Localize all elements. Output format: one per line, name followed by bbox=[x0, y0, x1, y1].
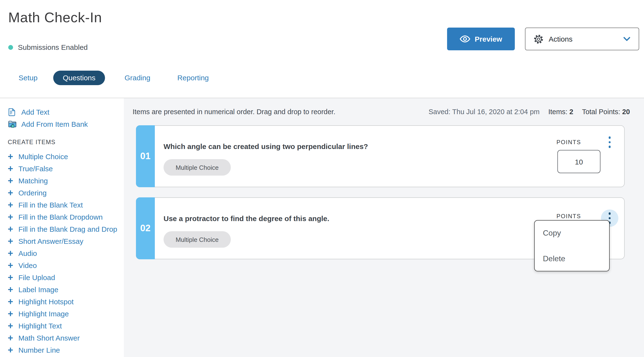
plus-icon: + bbox=[8, 344, 14, 356]
create-item[interactable]: + Fill in the Blank Dropdown bbox=[0, 211, 124, 223]
create-item[interactable]: + True/False bbox=[0, 162, 124, 175]
create-item[interactable]: + Math Short Answer bbox=[0, 332, 124, 344]
add-text-button[interactable]: Add Text bbox=[0, 106, 124, 118]
plus-icon: + bbox=[8, 308, 14, 320]
plus-icon: + bbox=[8, 162, 14, 175]
document-icon bbox=[8, 108, 17, 116]
create-item-label: Number Line bbox=[18, 346, 60, 354]
question-type-badge: Multiple Choice bbox=[164, 231, 231, 248]
menu-item-delete[interactable]: Delete bbox=[543, 254, 565, 263]
menu-item-copy[interactable]: Copy bbox=[543, 229, 561, 238]
plus-icon: + bbox=[8, 175, 14, 187]
create-item[interactable]: + Short Answer/Essay bbox=[0, 235, 124, 247]
reorder-instructions: Items are presented in numerical order. … bbox=[132, 108, 335, 116]
question-card-1: 01 Which angle can be created using two … bbox=[136, 125, 625, 187]
create-item[interactable]: + Highlight Image bbox=[0, 308, 124, 320]
add-from-item-bank-label: Add From Item Bank bbox=[21, 120, 88, 128]
tab-questions[interactable]: Questions bbox=[53, 71, 105, 85]
add-from-item-bank-button[interactable]: Add From Item Bank bbox=[0, 118, 124, 130]
create-item-label: Math Short Answer bbox=[18, 334, 80, 342]
plus-icon: + bbox=[8, 272, 14, 284]
plus-icon: + bbox=[8, 187, 14, 199]
plus-icon: + bbox=[8, 199, 14, 211]
plus-icon: + bbox=[8, 296, 14, 308]
question-title: Use a protractor to find the degree of t… bbox=[164, 214, 329, 222]
item-tools-sidebar: Add Text Add From Item Bank CREATE ITEMS bbox=[0, 98, 124, 357]
folder-puzzle-icon bbox=[8, 120, 17, 129]
status-text: Submissions Enabled bbox=[18, 43, 88, 51]
plus-icon: + bbox=[8, 223, 14, 235]
create-item-label: Fill in the Blank Text bbox=[18, 201, 83, 209]
create-item[interactable]: + Highlight Hotspot bbox=[0, 296, 124, 308]
question-number-drag-handle[interactable]: 02 bbox=[136, 197, 155, 259]
content-area: Add Text Add From Item Bank CREATE ITEMS bbox=[0, 98, 644, 357]
submission-status: Submissions Enabled bbox=[8, 43, 88, 51]
question-title: Which angle can be created using two per… bbox=[164, 142, 368, 150]
preview-button-label: Preview bbox=[475, 35, 502, 43]
create-item-label: Highlight Hotspot bbox=[18, 298, 74, 306]
tab-setup[interactable]: Setup bbox=[14, 71, 42, 85]
create-item-label: Fill in the Blank Drag and Drop bbox=[18, 225, 117, 233]
create-item-label: Fill in the Blank Dropdown bbox=[18, 213, 103, 221]
points-input[interactable] bbox=[558, 150, 600, 173]
page-title: Math Check-In bbox=[8, 10, 102, 26]
plus-icon: + bbox=[8, 211, 14, 223]
create-item[interactable]: + Matching bbox=[0, 175, 124, 187]
tab-grading[interactable]: Grading bbox=[123, 71, 152, 85]
tab-reporting[interactable]: Reporting bbox=[174, 71, 212, 85]
total-points: Total Points: 20 bbox=[582, 108, 630, 116]
points-label: POINTS bbox=[553, 213, 584, 220]
actions-button[interactable]: Actions bbox=[525, 28, 639, 50]
assessment-editor-page: Math Check-In Submissions Enabled Previe… bbox=[0, 0, 644, 357]
status-dot-icon bbox=[8, 45, 13, 50]
plus-icon: + bbox=[8, 150, 14, 162]
questions-panel: Items are presented in numerical order. … bbox=[124, 98, 644, 357]
items-count: Items: 2 bbox=[548, 108, 573, 116]
create-item-label: Label Image bbox=[18, 286, 58, 294]
create-item-label: Matching bbox=[18, 176, 48, 185]
create-item[interactable]: + Audio bbox=[0, 247, 124, 259]
create-item-label: Multiple Choice bbox=[18, 152, 68, 160]
create-items-list: + Multiple Choice + True/False + Matchin… bbox=[0, 150, 124, 356]
question-context-menu: Copy Delete bbox=[534, 220, 610, 272]
create-item-label: True/False bbox=[18, 164, 53, 173]
add-text-label: Add Text bbox=[21, 108, 49, 116]
create-item-label: Highlight Text bbox=[18, 322, 62, 330]
kebab-menu-icon[interactable] bbox=[601, 134, 618, 151]
chevron-down-icon bbox=[623, 36, 630, 41]
create-item[interactable]: + File Upload bbox=[0, 272, 124, 284]
plus-icon: + bbox=[8, 284, 14, 296]
create-item-label: Audio bbox=[18, 249, 37, 257]
create-item-label: Ordering bbox=[18, 189, 47, 197]
create-item[interactable]: + Video bbox=[0, 259, 124, 272]
create-item[interactable]: + Ordering bbox=[0, 187, 124, 199]
question-number-drag-handle[interactable]: 01 bbox=[136, 125, 155, 187]
eye-icon bbox=[460, 35, 470, 42]
create-item[interactable]: + Number Line bbox=[0, 344, 124, 356]
create-item[interactable]: + Fill in the Blank Text bbox=[0, 199, 124, 211]
question-type-badge: Multiple Choice bbox=[164, 159, 231, 176]
points-label: POINTS bbox=[553, 139, 584, 146]
create-item[interactable]: + Label Image bbox=[0, 284, 124, 296]
preview-button[interactable]: Preview bbox=[447, 28, 515, 50]
plus-icon: + bbox=[8, 259, 14, 272]
create-item-label: File Upload bbox=[18, 273, 55, 282]
create-item-label: Highlight Image bbox=[18, 310, 69, 318]
actions-button-label: Actions bbox=[549, 35, 572, 43]
plus-icon: + bbox=[8, 235, 14, 247]
create-item[interactable]: + Multiple Choice bbox=[0, 150, 124, 162]
create-item-label: Video bbox=[18, 261, 37, 270]
plus-icon: + bbox=[8, 332, 14, 344]
create-item[interactable]: + Fill in the Blank Drag and Drop bbox=[0, 223, 124, 235]
list-header: Items are presented in numerical order. … bbox=[132, 104, 630, 119]
gear-icon bbox=[534, 34, 543, 44]
create-item-label: Short Answer/Essay bbox=[18, 237, 83, 245]
create-item[interactable]: + Highlight Text bbox=[0, 320, 124, 332]
plus-icon: + bbox=[8, 247, 14, 259]
saved-timestamp: Saved: Thu Jul 16, 2020 at 2:04 pm bbox=[429, 108, 540, 116]
create-items-heading: CREATE ITEMS bbox=[8, 136, 124, 148]
plus-icon: + bbox=[8, 320, 14, 332]
